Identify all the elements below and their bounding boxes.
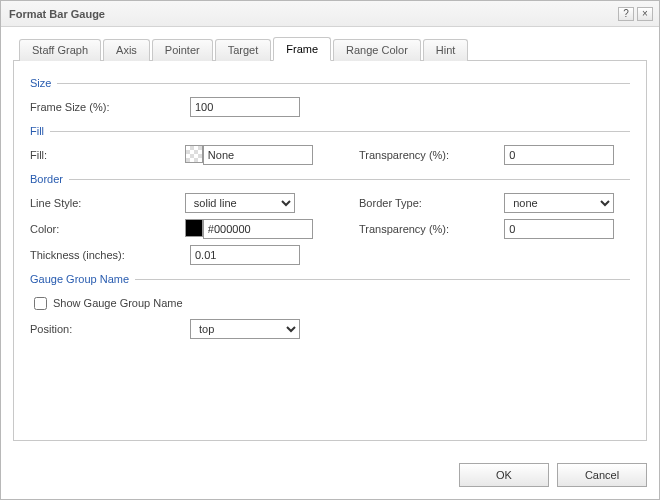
thickness-label: Thickness (inches): — [30, 249, 190, 261]
section-border-title: Border — [30, 173, 69, 185]
thickness-input[interactable] — [190, 245, 300, 265]
color-label: Color: — [30, 223, 185, 235]
show-gauge-group-name-label: Show Gauge Group Name — [53, 297, 183, 309]
border-transparency-label: Transparency (%): — [359, 223, 504, 235]
color-swatch-icon[interactable] — [185, 219, 203, 237]
line-style-select[interactable]: solid line — [185, 193, 295, 213]
help-icon[interactable]: ? — [618, 7, 634, 21]
cancel-button[interactable]: Cancel — [557, 463, 647, 487]
tab-axis[interactable]: Axis — [103, 39, 150, 61]
tab-hint[interactable]: Hint — [423, 39, 469, 61]
frame-panel: Size Frame Size (%): Fill Fill: — [13, 61, 647, 441]
fill-value-input[interactable] — [203, 145, 313, 165]
tab-bar: Staff Graph Axis Pointer Target Frame Ra… — [13, 37, 647, 61]
section-size-title: Size — [30, 77, 57, 89]
border-type-label: Border Type: — [359, 197, 504, 209]
fill-swatch-icon[interactable] — [185, 145, 203, 163]
tab-range-color[interactable]: Range Color — [333, 39, 421, 61]
window-title: Format Bar Gauge — [9, 8, 615, 20]
fill-transparency-input[interactable] — [504, 145, 614, 165]
close-icon[interactable]: × — [637, 7, 653, 21]
tab-staff-graph[interactable]: Staff Graph — [19, 39, 101, 61]
tab-frame[interactable]: Frame — [273, 37, 331, 61]
frame-size-input[interactable] — [190, 97, 300, 117]
ok-button[interactable]: OK — [459, 463, 549, 487]
show-gauge-group-name-row[interactable]: Show Gauge Group Name — [30, 294, 183, 313]
position-select[interactable]: top — [190, 319, 300, 339]
tab-target[interactable]: Target — [215, 39, 272, 61]
section-fill: Fill — [30, 125, 630, 137]
border-type-select[interactable]: none — [504, 193, 614, 213]
section-size: Size — [30, 77, 630, 89]
section-fill-title: Fill — [30, 125, 50, 137]
color-input[interactable] — [203, 219, 313, 239]
section-border: Border — [30, 173, 630, 185]
frame-size-label: Frame Size (%): — [30, 101, 190, 113]
dialog-footer: OK Cancel — [459, 463, 647, 487]
show-gauge-group-name-checkbox[interactable] — [34, 297, 47, 310]
section-group: Gauge Group Name — [30, 273, 630, 285]
section-group-title: Gauge Group Name — [30, 273, 135, 285]
line-style-label: Line Style: — [30, 197, 185, 209]
fill-label: Fill: — [30, 149, 185, 161]
tab-pointer[interactable]: Pointer — [152, 39, 213, 61]
position-label: Position: — [30, 323, 190, 335]
dialog-format-bar-gauge: Format Bar Gauge ? × Staff Graph Axis Po… — [0, 0, 660, 500]
border-transparency-input[interactable] — [504, 219, 614, 239]
fill-transparency-label: Transparency (%): — [359, 149, 504, 161]
titlebar: Format Bar Gauge ? × — [1, 1, 659, 27]
